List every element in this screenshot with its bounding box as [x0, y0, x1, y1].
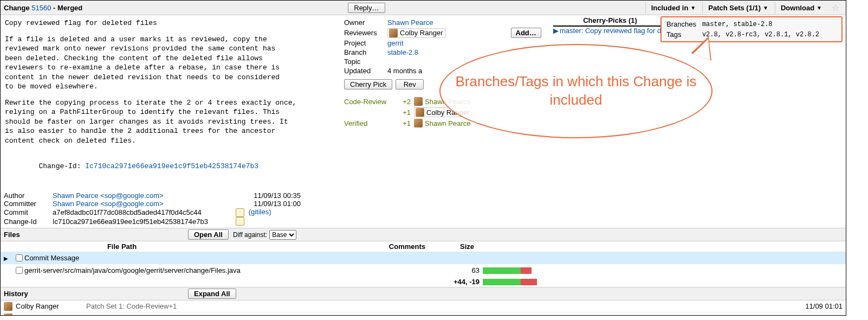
del-bar-icon	[521, 279, 537, 285]
included-in-label: Included in	[651, 4, 689, 12]
project-link[interactable]: gerrit	[387, 39, 404, 47]
change-id-label: Change-Id:	[38, 162, 85, 170]
vote-score: +1	[396, 108, 411, 117]
change-id-link[interactable]: 51560	[31, 4, 51, 12]
changeid-label: Change-Id	[4, 217, 53, 226]
history-row[interactable]: Shawn PearcePatch Set 1: Code-Review+2 V…	[1, 312, 846, 316]
committer-link[interactable]: Shawn Pearce <sop@google.com>	[53, 200, 164, 208]
triangle-right-icon: ▶	[553, 27, 559, 35]
files-table-header: File Path Comments Size	[1, 241, 846, 252]
commit-subject: Copy reviewed flag for deleted files	[5, 18, 335, 28]
chevron-down-icon: ▼	[817, 5, 822, 11]
gitiles-link[interactable]: (gitiles)	[249, 208, 271, 216]
topic-label: Topic	[344, 57, 387, 66]
download-dropdown[interactable]: Download ▼	[775, 2, 827, 14]
add-bar-icon	[483, 279, 521, 285]
patch-sets-dropdown[interactable]: Patch Sets (1/1) ▼	[702, 2, 774, 14]
reviewed-checkbox[interactable]	[16, 267, 23, 274]
rev-button[interactable]: Rev	[396, 79, 424, 89]
history-author: Colby Ranger	[16, 302, 86, 310]
changeid-value: Ic710ca2971e66ea919ee1c9f51eb42538174e7b…	[53, 217, 208, 226]
committer-label: Committer	[4, 200, 53, 208]
vote-name: Shawn Pearce	[425, 119, 471, 127]
files-title: Files	[4, 231, 188, 239]
commit-change-id-line: Change-Id: Ic710ca2971e66ea919ee1c9f51eb…	[5, 152, 335, 181]
copy-icon[interactable]	[236, 208, 244, 217]
expand-icon[interactable]: ▶	[4, 255, 8, 261]
change-status: Merged	[57, 4, 82, 12]
annotation-bubble: Branches/Tags in which this Change is in…	[439, 44, 712, 138]
del-bar-icon	[521, 267, 532, 274]
file-path[interactable]: gerrit-server/src/main/java/com/google/g…	[24, 266, 366, 274]
expand-all-button[interactable]: Expand All	[188, 289, 236, 299]
vote-score: +2	[396, 98, 411, 106]
included-in-dropdown[interactable]: Included in ▼	[645, 2, 702, 14]
diff-against-label: Diff against:	[233, 231, 267, 239]
chevron-down-icon: ▼	[763, 5, 768, 11]
diff-against-select[interactable]: Base	[269, 230, 296, 240]
file-row[interactable]: gerrit-server/src/main/java/com/google/g…	[1, 264, 846, 277]
size-header: Size	[425, 242, 474, 251]
history-message: Patch Set 1: Code-Review+2 Verified+1	[86, 314, 783, 316]
included-in-panel: Branches master, stable-2.8 Tags v2.8, v…	[660, 16, 843, 42]
branch-label: Branch	[344, 48, 387, 56]
author-date: 11/09/13 00:35	[236, 191, 301, 200]
reviewers-label: Reviewers	[344, 29, 387, 37]
commit-message: Copy reviewed flag for deleted files If …	[1, 15, 340, 190]
files-total: +44, -19	[454, 278, 480, 286]
add-reviewer-button[interactable]: Add…	[511, 28, 541, 38]
chevron-down-icon: ▼	[690, 5, 696, 11]
change-id-link[interactable]: Ic710ca2971e66ea919ee1c9f51eb42538174e7b…	[85, 162, 258, 170]
code-review-label: Code-Review	[344, 98, 396, 106]
commit-label: Commit	[4, 208, 53, 216]
cherry-pick-button[interactable]: Cherry Pick	[344, 79, 392, 89]
branches-label: Branches	[666, 20, 701, 29]
cherry-picks-panel: Cherry-Picks (1) ▶master: Copy reviewed …	[553, 16, 667, 35]
history-message: Patch Set 1: Code-Review+1	[86, 302, 783, 310]
title-bar: Change 51560 - Merged Reply… Included in…	[1, 1, 846, 15]
cherry-pick-link[interactable]: ▶master: Copy reviewed flag for dele	[553, 27, 667, 35]
reviewer-chip[interactable]: Colby Ranger	[387, 28, 446, 38]
copy-icon[interactable]	[236, 217, 244, 226]
history-title: History	[4, 290, 188, 298]
avatar-icon	[4, 313, 12, 316]
comments-header: Comments	[219, 242, 425, 251]
author-label: Author	[4, 191, 53, 200]
file-row[interactable]: ▶Commit Message	[1, 252, 846, 264]
annotation-text: Branches/Tags in which this Change is in…	[441, 73, 711, 110]
avatar-icon	[414, 119, 423, 127]
cherry-picks-title: Cherry-Picks (1)	[553, 16, 667, 27]
download-label: Download	[781, 4, 814, 12]
committer-date: 11/09/13 01:00	[236, 200, 301, 208]
star-icon[interactable]: ☆	[828, 3, 843, 13]
history-date: 11/09 01:01	[783, 302, 843, 310]
history-row[interactable]: Colby RangerPatch Set 1: Code-Review+111…	[1, 300, 846, 312]
reply-button[interactable]: Reply…	[348, 3, 385, 13]
avatar-icon	[389, 29, 398, 37]
branches-value: master, stable-2.8	[702, 20, 820, 29]
change-title: Change 51560 - Merged	[4, 4, 82, 12]
change-prefix: Change	[4, 4, 31, 12]
files-total-row: +44, -19	[1, 277, 846, 287]
owner-label: Owner	[344, 18, 387, 27]
history-author: Shawn Pearce	[16, 314, 86, 316]
verified-label: Verified	[344, 119, 396, 127]
reviewer-name: Colby Ranger	[400, 29, 443, 37]
files-section-header: Files Open All Diff against: Base	[1, 228, 846, 241]
add-bar-icon	[483, 267, 521, 274]
patch-sets-label: Patch Sets (1/1)	[708, 4, 761, 12]
author-link[interactable]: Shawn Pearce <sop@google.com>	[53, 191, 164, 200]
owner-link[interactable]: Shawn Pearce	[387, 18, 433, 27]
reviewed-checkbox[interactable]	[16, 254, 23, 261]
file-path[interactable]: Commit Message	[24, 254, 366, 262]
avatar-icon	[414, 97, 423, 106]
updated-value: 4 months a	[387, 67, 422, 75]
commit-paragraph: Rewrite the copying process to iterate t…	[5, 98, 335, 146]
branch-link[interactable]: stable-2.8	[387, 48, 418, 56]
history-section-header: History Expand All	[1, 287, 846, 300]
commit-sha: a7ef8dadbc01f77dc088cbd5aded417f0d4c5c44	[53, 208, 202, 216]
updated-label: Updated	[344, 67, 387, 75]
open-all-button[interactable]: Open All	[188, 229, 229, 240]
avatar-icon	[416, 108, 424, 117]
commit-detail: Author Shawn Pearce <sop@google.com> 11/…	[1, 190, 846, 228]
